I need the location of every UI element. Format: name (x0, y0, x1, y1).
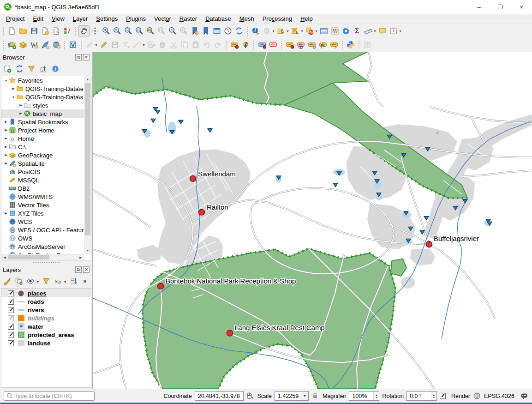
processing-toolbox-button[interactable] (341, 25, 352, 36)
browser-item-basic-map[interactable]: ▶basic_map (1, 109, 84, 118)
toggle-editing-button[interactable] (98, 39, 109, 50)
pin-unpin-labels-button[interactable]: ab (284, 39, 295, 50)
scroll-right-arrow-icon[interactable]: ▶ (78, 254, 84, 260)
chevron-down-icon[interactable]: ▼ (301, 392, 308, 400)
pin-labels-button[interactable]: ab (257, 39, 268, 50)
pan-map-button[interactable] (78, 25, 90, 36)
render-checkbox[interactable] (440, 393, 446, 399)
magnifier-spinner[interactable]: 100% ▲▼ (349, 391, 379, 401)
save-as-template-button[interactable] (40, 25, 51, 36)
map-themes-dropdown-arrow-icon[interactable]: ▾ (36, 280, 40, 284)
zoom-full-button[interactable] (123, 25, 134, 36)
open-attribute-table-button[interactable] (318, 25, 329, 36)
layers-float-button[interactable]: ⧉ (75, 266, 82, 273)
layer-row-protected_areas[interactable]: protected_areas (1, 331, 91, 339)
layer-checkbox-water[interactable] (8, 324, 14, 330)
add-group-button[interactable] (13, 276, 24, 287)
expander-closed-icon[interactable]: ▶ (3, 137, 9, 140)
layer-checkbox-rivers[interactable] (8, 307, 14, 313)
menu-mesh[interactable]: Mesh (235, 14, 258, 23)
refresh-map-button[interactable] (233, 25, 245, 36)
pan-to-selection-button[interactable] (90, 25, 101, 36)
layer-row-roads[interactable]: roads (1, 297, 91, 306)
menu-plugins[interactable]: Plugins (122, 14, 150, 23)
highlight-unplaced-labels-button[interactable]: abc (268, 39, 279, 50)
layer-checkbox-places[interactable] (8, 290, 14, 296)
browser-item-favorites[interactable]: ▼Favorites (1, 76, 84, 84)
toolbar-grip[interactable] (341, 40, 344, 49)
filter-legend-button[interactable] (41, 276, 51, 287)
new-geopackage-layer-button[interactable] (18, 39, 29, 50)
browser-item-db2[interactable]: DB2DB2 (1, 184, 84, 193)
browser-item-spatial-bookmarks[interactable]: ▶Spatial Bookmarks (1, 118, 84, 126)
lock-icon[interactable] (311, 392, 320, 400)
save-project-button[interactable] (29, 25, 40, 36)
toolbar-grip[interactable] (280, 40, 283, 49)
open-project-button[interactable] (18, 25, 29, 36)
expand-collapse-tree-button[interactable] (68, 276, 79, 287)
menu-view[interactable]: View (48, 14, 69, 23)
expander-closed-icon[interactable]: ▶ (3, 128, 9, 132)
new-bookmark-button[interactable] (189, 25, 200, 36)
zoom-out-button[interactable] (112, 25, 123, 36)
python-console-button[interactable] (345, 39, 356, 50)
layer-row-rivers[interactable]: rivers (1, 306, 91, 314)
spinner-arrows-icon[interactable]: ▲▼ (431, 392, 436, 400)
toolbar-grip[interactable] (74, 26, 77, 36)
browser-item-project-home[interactable]: ▶Project Home (1, 126, 84, 134)
browser-item-postgis[interactable]: PostGIS (1, 168, 84, 176)
layer-diagram-button[interactable] (240, 39, 251, 50)
toolbar-grip[interactable] (252, 40, 255, 49)
expander-closed-icon[interactable]: ▶ (3, 145, 9, 149)
browser-item-spatialite[interactable]: ▶SpatiaLite (1, 159, 84, 168)
text-annotation-button[interactable]: T (388, 25, 399, 36)
rotate-label-button[interactable]: abc (317, 39, 329, 50)
expander-closed-icon[interactable]: ▶ (18, 103, 24, 107)
measure-button[interactable] (363, 25, 374, 36)
style-manager-button[interactable] (62, 25, 73, 36)
scale-combo[interactable]: 1:42259 ▼ (275, 391, 309, 401)
scrollbar-thumb[interactable] (8, 255, 49, 259)
map-themes-button[interactable] (25, 276, 36, 287)
menu-edit[interactable]: Edit (29, 14, 47, 23)
toolbar-grip[interactable] (358, 40, 360, 49)
new-memory-layer-button[interactable] (51, 39, 62, 50)
browser-item-vector-tiles[interactable]: Vector Tiles (1, 201, 84, 209)
menu-processing[interactable]: Processing (258, 14, 296, 23)
filter-expression-button[interactable]: ε (53, 276, 63, 287)
layer-checkbox-roads[interactable] (8, 299, 14, 305)
maximize-button[interactable] (490, 0, 511, 14)
toolbar-grip[interactable] (2, 26, 5, 36)
crs-value[interactable]: EPSG:4326 (484, 393, 514, 399)
scroll-left-arrow-icon[interactable]: ◀ (1, 254, 8, 260)
close-button[interactable]: × (511, 0, 532, 14)
layer-checkbox-landuse[interactable] (8, 340, 14, 346)
refresh-browser-button[interactable] (14, 64, 25, 75)
expander-open-icon[interactable]: ▼ (3, 79, 9, 82)
new-virtual-layer-button[interactable] (67, 39, 78, 50)
temporal-controller-button[interactable] (222, 25, 233, 36)
expander-open-icon[interactable]: ▼ (11, 96, 16, 99)
new-spatialite-layer-button[interactable] (40, 39, 51, 50)
layer-row-places[interactable]: places (1, 289, 91, 297)
layer-checkbox-buildings[interactable] (8, 315, 14, 321)
layer-styling-button[interactable] (2, 276, 12, 287)
map-tips-button[interactable] (377, 25, 388, 36)
toolbar-grip[interactable] (80, 40, 83, 49)
move-label-button[interactable]: abc (306, 39, 317, 50)
browser-item-qgis-training-data-e[interactable]: ▶QGIS-Training-Data\e (1, 84, 84, 93)
change-label-button[interactable]: abc (329, 39, 340, 50)
filter-browser-button[interactable] (26, 64, 37, 75)
deselect-features-button[interactable] (304, 25, 315, 36)
browser-item-mssql[interactable]: MSSQL (1, 176, 84, 184)
add-selected-layers-button[interactable] (2, 64, 13, 75)
collapse-all-button[interactable] (38, 64, 49, 75)
browser-item-ows[interactable]: OWS (1, 234, 84, 242)
toolbar-grip[interactable] (225, 40, 227, 49)
menu-settings[interactable]: Settings (92, 14, 122, 23)
select-by-value-button[interactable] (290, 25, 301, 36)
scroll-down-arrow-icon[interactable]: ▼ (84, 247, 91, 254)
map-canvas[interactable]: SwellendamRailtonBuffeljagsrivierBontebo… (93, 52, 532, 389)
browser-item-styles[interactable]: ▶styles (1, 101, 84, 109)
layer-row-water[interactable]: water (1, 322, 91, 331)
